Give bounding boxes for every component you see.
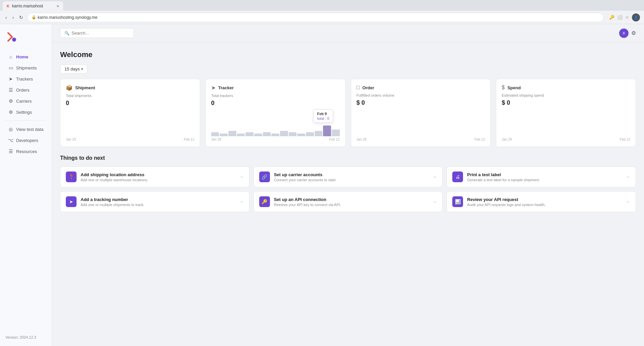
tracker-chart: Feb 9 total : 0 <box>211 109 340 136</box>
sidebar-nav: ⌂ Home ▭ Shipments ➤ Trackers ☰ Orders ⚙… <box>0 51 52 118</box>
url-text: karrio.mariushosting.synology.me <box>38 15 97 20</box>
main-content: 🔍 + ⚙ Welcome 15 days ▾ 📦 <box>52 24 644 346</box>
chevron-down-icon: ▾ <box>81 67 83 71</box>
sidebar-item-settings-label: Settings <box>16 110 32 115</box>
tooltip-val: total : 0 <box>317 116 329 120</box>
print-label-icon-wrap: 🖨 <box>452 171 463 182</box>
tracker-tooltip: Feb 9 total : 0 <box>313 109 333 123</box>
stat-card-tracker-header: ➤ Tracker <box>211 85 340 91</box>
sidebar-item-shipments-label: Shipments <box>16 65 37 70</box>
tab-close-btn[interactable]: ✕ <box>56 4 59 8</box>
carrier-accounts-title: Set up carrier accounts <box>274 172 428 177</box>
api-connection-arrow-icon: → <box>432 199 437 204</box>
browser-tab[interactable]: K karrio.mariushost ✕ <box>3 1 63 11</box>
browser-profile[interactable]: 👤 <box>632 13 640 21</box>
api-request-text: Review your API request Audit your API r… <box>467 197 622 207</box>
carrier-accounts-desc: Connect your carrier accounts to start. <box>274 178 428 182</box>
stat-card-order: □ Order Fullfilled orders volume $ 0 Jan… <box>351 79 491 147</box>
order-date-start: Jan 29 <box>357 138 367 141</box>
spend-chart-dates: Jan 29 Feb 12 <box>502 138 630 141</box>
add-button[interactable]: + <box>619 29 629 38</box>
todo-grid: 📍 Add shipping location address Add one … <box>60 166 636 212</box>
sidebar-item-orders[interactable]: ☰ Orders <box>3 85 49 95</box>
sidebar-divider <box>5 120 46 121</box>
sidebar-secondary-nav: ◎ View test data ⌥ Developers ☰ Resource… <box>0 123 52 157</box>
sidebar-item-trackers[interactable]: ➤ Trackers <box>3 73 49 84</box>
back-btn[interactable]: ‹ <box>4 13 8 21</box>
things-to-do-title: Things to do next <box>60 155 636 161</box>
order-date-end: Feb 12 <box>474 138 485 141</box>
search-input[interactable] <box>72 31 130 36</box>
tracker-date-start: Jan 29 <box>211 138 221 141</box>
api-connection-icon: 🔑 <box>262 199 267 204</box>
bar-3 <box>237 134 245 136</box>
location-pin-icon: 📍 <box>68 174 74 180</box>
spend-card-icon: $ <box>502 85 505 91</box>
spend-card-title: Spend <box>507 85 521 90</box>
order-card-icon: □ <box>357 85 360 91</box>
bar-11 <box>306 132 314 136</box>
tracker-chart-dates: Jan 29 Feb 12 <box>211 138 340 141</box>
stat-card-shipment-header: 📦 Shipment <box>66 85 194 91</box>
date-filter[interactable]: 15 days ▾ <box>60 64 87 73</box>
shipping-location-desc: Add one or multiple warehouse locations. <box>81 178 235 182</box>
tracking-number-icon: ➤ <box>69 199 73 204</box>
tracker-card-label: Total trackers <box>211 94 340 98</box>
shipping-location-arrow-icon: → <box>239 174 244 180</box>
password-icon[interactable]: 🔑 <box>609 15 614 20</box>
cast-icon[interactable]: ⬜ <box>617 15 623 20</box>
stats-grid: 📦 Shipment Total shipments 0 Jan 29 Feb … <box>60 79 636 147</box>
stat-card-spend-header: $ Spend <box>502 85 630 91</box>
shipment-chart-dates: Jan 29 Feb 12 <box>66 138 194 141</box>
sidebar-item-developers[interactable]: ⌥ Developers <box>3 135 49 146</box>
todo-card-carrier-accounts[interactable]: 🔗 Set up carrier accounts Connect your c… <box>254 166 443 187</box>
shipments-icon: ▭ <box>8 65 13 70</box>
tab-favicon: K <box>7 4 9 8</box>
carrier-accounts-icon: 🔗 <box>262 174 267 180</box>
shipment-date-end: Feb 12 <box>184 138 194 141</box>
todo-card-api-request[interactable]: 📊 Review your API request Audit your API… <box>447 191 636 212</box>
todo-card-tracking-number[interactable]: ➤ Add a tracking number Add one or multi… <box>60 191 249 212</box>
todo-card-api-connection[interactable]: 🔑 Set up an API connection Retrieve your… <box>254 191 443 212</box>
test-data-icon: ◎ <box>8 127 13 132</box>
sidebar-item-settings[interactable]: ⚙ Settings <box>3 107 49 117</box>
sidebar-item-resources[interactable]: ☰ Resources <box>3 146 49 157</box>
api-request-desc: Audit your API requests logs and system … <box>467 203 622 207</box>
browser-tab-bar: K karrio.mariushost ✕ <box>0 0 644 11</box>
shipment-card-title: Shipment <box>75 85 95 90</box>
stat-card-spend: $ Spend Estimated shipping spend $ 0 Jan… <box>496 79 636 147</box>
shipping-location-text: Add shipping location address Add one or… <box>81 172 235 182</box>
tracking-number-text: Add a tracking number Add one or multipl… <box>81 197 235 207</box>
order-card-label: Fullfilled orders volume <box>357 93 485 97</box>
search-box[interactable]: 🔍 <box>60 28 134 38</box>
shipment-card-value: 0 <box>66 100 194 107</box>
sidebar-item-developers-label: Developers <box>16 138 38 143</box>
stat-card-tracker: ➤ Tracker Total trackers 0 Feb 9 total :… <box>205 79 346 147</box>
bar-14 <box>332 130 340 136</box>
sidebar-item-orders-label: Orders <box>16 88 30 93</box>
settings-button[interactable]: ⚙ <box>631 30 636 36</box>
spend-date-end: Feb 12 <box>620 138 630 141</box>
sidebar-item-test-data[interactable]: ◎ View test data <box>3 124 49 135</box>
reload-btn[interactable]: ↻ <box>18 13 25 21</box>
api-request-title: Review your API request <box>467 197 622 202</box>
order-card-value: $ 0 <box>357 99 485 106</box>
bookmark-icon[interactable]: ☆ <box>625 15 629 20</box>
address-bar[interactable]: 🔒 karrio.mariushosting.synology.me <box>27 13 604 22</box>
todo-card-shipping-location[interactable]: 📍 Add shipping location address Add one … <box>60 166 249 187</box>
api-request-icon: 📊 <box>455 199 461 204</box>
forward-btn[interactable]: › <box>11 13 15 21</box>
bar-5 <box>254 134 262 136</box>
top-bar-actions: + ⚙ <box>619 29 636 38</box>
top-bar: 🔍 + ⚙ <box>52 24 644 42</box>
address-bar-row: ‹ › ↻ 🔒 karrio.mariushosting.synology.me… <box>0 11 644 24</box>
sidebar-item-carriers[interactable]: ⚙ Carriers <box>3 96 49 106</box>
logo-svg <box>5 31 17 43</box>
sidebar-item-resources-label: Resources <box>16 149 37 154</box>
sidebar-item-home[interactable]: ⌂ Home <box>3 51 49 62</box>
browser-action-icons: 🔑 ⬜ ☆ <box>609 15 629 20</box>
sidebar-item-shipments[interactable]: ▭ Shipments <box>3 62 49 73</box>
spend-chart <box>502 109 630 136</box>
todo-card-print-label[interactable]: 🖨 Print a test label Generate a test lab… <box>447 166 636 187</box>
spend-date-start: Jan 29 <box>502 138 512 141</box>
